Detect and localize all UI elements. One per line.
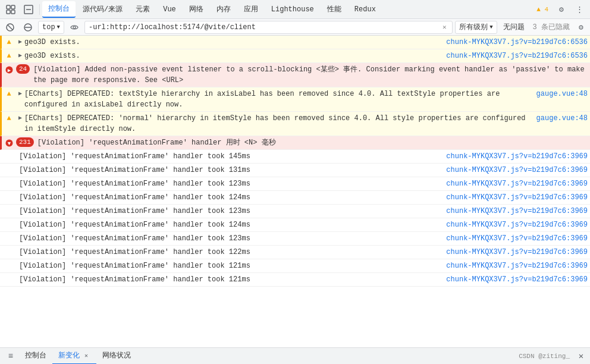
svg-rect-0	[7, 5, 10, 9]
row-link[interactable]: gauge.vue:48	[536, 89, 588, 99]
row-link[interactable]: chunk-MYKQX3V7.js?v=b219d7c6:3969	[446, 274, 588, 285]
more-options-button[interactable]: ⋮	[571, 1, 588, 18]
row-link[interactable]: chunk-MYKQX3V7.js?v=b219d7c6:3969	[446, 233, 588, 244]
tab-redux[interactable]: Redux	[349, 1, 382, 18]
svg-rect-1	[11, 5, 15, 9]
table-row: ▲ ▶ [ECharts] DEPRECATED: 'normal' hiera…	[0, 112, 590, 136]
table-row: ▲ ▶ [ECharts] DEPRECATED: textStyle hier…	[0, 87, 590, 112]
row-text: [Violation] 'requestAnimationFrame' hand…	[19, 165, 441, 175]
svg-point-10	[73, 26, 76, 29]
clear-filter-button[interactable]: ✕	[440, 23, 448, 32]
bottom-tab-changes[interactable]: 新变化 ✕	[52, 348, 96, 365]
count-badge: 231	[16, 137, 34, 147]
table-row: [Violation] 'requestAnimationFrame' hand…	[0, 191, 590, 205]
count-badge: 24	[16, 64, 30, 74]
table-row: [Violation] 'requestAnimationFrame' hand…	[0, 177, 590, 191]
row-text: [Violation] 'requestAnimationFrame' hand…	[37, 137, 588, 148]
tab-vue[interactable]: Vue	[157, 1, 182, 18]
tab-elements[interactable]: 元素	[130, 1, 156, 18]
table-row: [Violation] 'requestAnimationFrame' hand…	[0, 273, 590, 287]
row-text: [Violation] 'requestAnimationFrame' hand…	[19, 151, 441, 162]
row-text: [Violation] 'requestAnimationFrame' hand…	[19, 233, 441, 244]
row-text: [Violation] 'requestAnimationFrame' hand…	[19, 247, 441, 258]
row-link[interactable]: chunk-MYKQX3V7.js?v=b219d7c6:3969	[446, 151, 588, 162]
row-text: [ECharts] DEPRECATED: 'normal' hierarchy…	[24, 113, 532, 134]
console-settings-button[interactable]: ⚙	[575, 21, 588, 34]
bottom-tab-network-conditions[interactable]: 网络状况	[96, 348, 137, 365]
tab-sources[interactable]: 源代码/来源	[77, 1, 128, 18]
context-selector[interactable]: top ▼	[38, 21, 64, 34]
row-text: [ECharts] DEPRECATED: textStyle hierarch…	[24, 89, 532, 110]
warn-icon: ▲	[4, 89, 14, 99]
log-level-selector[interactable]: 所有级别 ▼	[455, 21, 497, 34]
row-link[interactable]: chunk-MYKQX3V7.js?v=b219d7c6:3969	[446, 219, 588, 230]
svg-text:▼: ▼	[7, 141, 11, 147]
table-row: [Violation] 'requestAnimationFrame' hand…	[0, 246, 590, 259]
console-content: ▲ ▶ geo3D exists. chunk-MYKQX3V7.js?v=b2…	[0, 36, 590, 347]
table-row: [Violation] 'requestAnimationFrame' hand…	[0, 232, 590, 246]
tab-memory[interactable]: 内存	[211, 1, 237, 18]
warn-icon: ▲	[4, 37, 14, 48]
hidden-count-label: 3 条已隐藏	[531, 22, 572, 32]
table-row: [Violation] 'requestAnimationFrame' hand…	[0, 164, 590, 177]
no-issue-label: 无问题	[500, 22, 528, 32]
row-link[interactable]: chunk-MYKQX3V7.js?v=b219d7c6:3969	[446, 178, 588, 189]
close-tab-button[interactable]: ✕	[82, 352, 90, 360]
table-row: [Violation] 'requestAnimationFrame' hand…	[0, 259, 590, 273]
row-link[interactable]: chunk-MYKQX3V7.js?v=b219d7c6:3969	[446, 206, 588, 216]
eye-icon-button[interactable]	[67, 21, 82, 34]
close-devtools-button[interactable]: ✕	[575, 350, 588, 363]
row-link[interactable]: chunk-MYKQX3V7.js?v=b219d7c6:3969	[446, 261, 588, 271]
bottom-tab-console[interactable]: 控制台	[19, 348, 52, 365]
row-text: [Violation] Added non-passive event list…	[33, 64, 588, 86]
inspect-icon[interactable]	[20, 1, 37, 18]
divider-1	[39, 4, 40, 15]
svg-text:▶: ▶	[7, 68, 11, 74]
chevron-down-icon: ▼	[57, 24, 60, 30]
expand-button[interactable]: ▶	[16, 37, 24, 48]
row-text: [Violation] 'requestAnimationFrame' hand…	[19, 178, 441, 189]
row-link[interactable]: chunk-MYKQX3V7.js?v=b219d7c6:6536	[446, 37, 588, 48]
table-row: [Violation] 'requestAnimationFrame' hand…	[0, 150, 590, 164]
warn-icon: ▲	[4, 113, 14, 124]
table-row: [Violation] 'requestAnimationFrame' hand…	[0, 218, 590, 232]
watermark-text: CSDN @ziting_	[514, 353, 575, 360]
row-text: [Violation] 'requestAnimationFrame' hand…	[19, 274, 441, 285]
warn-icon: ▲	[4, 51, 14, 61]
table-row: ▲ ▶ geo3D exists. chunk-MYKQX3V7.js?v=b2…	[0, 49, 590, 63]
expand-button[interactable]: ▶	[16, 113, 24, 124]
filter-icon-button[interactable]	[20, 21, 36, 34]
row-text: [Violation] 'requestAnimationFrame' hand…	[19, 206, 441, 216]
table-row: ▼ 231 [Violation] 'requestAnimationFrame…	[0, 136, 590, 150]
row-link[interactable]: chunk-MYKQX3V7.js?v=b219d7c6:6536	[446, 51, 588, 61]
tab-performance[interactable]: 性能	[321, 1, 347, 18]
row-link[interactable]: chunk-MYKQX3V7.js?v=b219d7c6:3969	[446, 247, 588, 258]
row-text: [Violation] 'requestAnimationFrame' hand…	[19, 219, 441, 230]
alert-count[interactable]: ▲ 4	[533, 1, 552, 18]
tab-console[interactable]: 控制台	[42, 1, 76, 18]
expand-button[interactable]: ▶	[16, 51, 24, 61]
row-text: geo3D exists.	[24, 37, 441, 48]
table-row: [Violation] 'requestAnimationFrame' hand…	[0, 205, 590, 218]
tab-lighthouse[interactable]: Lighthouse	[265, 1, 320, 18]
filter-input[interactable]: -url:http://localhost:5174/@vite/client …	[84, 21, 453, 34]
tab-network[interactable]: 网络	[183, 1, 209, 18]
expand-button[interactable]: ▶	[16, 89, 24, 99]
row-text: [Violation] 'requestAnimationFrame' hand…	[19, 192, 441, 203]
devtools-icon[interactable]	[2, 1, 19, 18]
row-link[interactable]: gauge.vue:48	[536, 113, 588, 124]
level-chevron-icon: ▼	[489, 24, 492, 30]
bottom-tabbar: ≡ 控制台 新变化 ✕ 网络状况 CSDN @ziting_ ✕	[0, 347, 590, 364]
tab-application[interactable]: 应用	[238, 1, 264, 18]
row-link[interactable]: chunk-MYKQX3V7.js?v=b219d7c6:3969	[446, 192, 588, 203]
hamburger-icon[interactable]: ≡	[2, 348, 19, 365]
svg-rect-3	[11, 10, 15, 14]
row-text: geo3D exists.	[24, 51, 441, 61]
row-link[interactable]: chunk-MYKQX3V7.js?v=b219d7c6:3969	[446, 165, 588, 175]
settings-button[interactable]: ⚙	[553, 1, 570, 18]
clear-console-button[interactable]	[2, 21, 18, 34]
top-toolbar: 控制台 源代码/来源 元素 Vue 网络 内存 应用 Lighthouse 性能…	[0, 0, 590, 19]
console-toolbar: top ▼ -url:http://localhost:5174/@vite/c…	[0, 19, 590, 36]
svg-line-7	[8, 25, 12, 30]
error-icon: ▼	[4, 137, 14, 148]
